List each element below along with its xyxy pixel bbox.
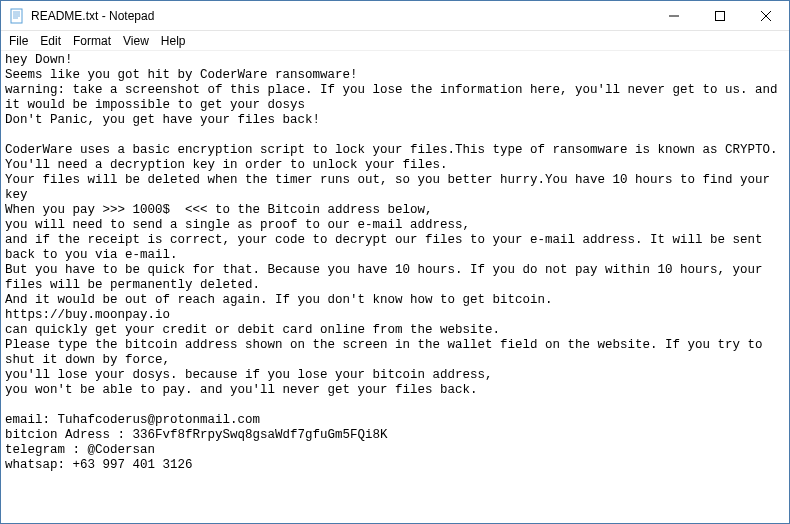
minimize-button[interactable]	[651, 1, 697, 30]
maximize-button[interactable]	[697, 1, 743, 30]
notepad-window: README.txt - Notepad File Edit Format Vi…	[0, 0, 790, 524]
close-button[interactable]	[743, 1, 789, 30]
window-controls	[651, 1, 789, 30]
menu-view[interactable]: View	[117, 33, 155, 49]
titlebar[interactable]: README.txt - Notepad	[1, 1, 789, 31]
svg-rect-6	[716, 11, 725, 20]
menubar: File Edit Format View Help	[1, 31, 789, 51]
text-area[interactable]: hey Down! Seems like you got hit by Code…	[1, 51, 789, 523]
menu-edit[interactable]: Edit	[34, 33, 67, 49]
menu-format[interactable]: Format	[67, 33, 117, 49]
window-title: README.txt - Notepad	[31, 9, 651, 23]
menu-help[interactable]: Help	[155, 33, 192, 49]
menu-file[interactable]: File	[3, 33, 34, 49]
notepad-icon	[9, 8, 25, 24]
